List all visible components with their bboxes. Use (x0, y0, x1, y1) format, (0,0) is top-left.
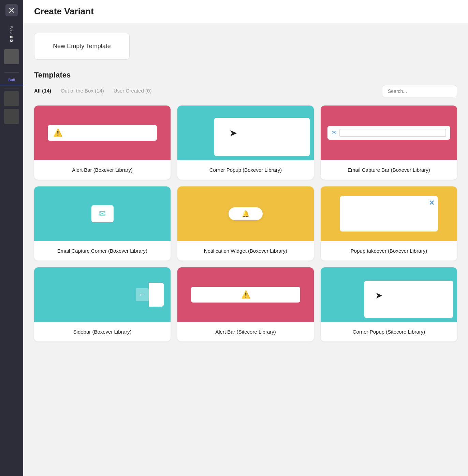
templates-grid: ⚠️ Alert Bar (Boxever Library) ➤ Corner … (34, 106, 457, 341)
close-button[interactable] (5, 4, 18, 16)
template-name-sidebar-boxever: Sidebar (Boxever Library) (34, 322, 171, 341)
template-card-sidebar-boxever[interactable]: ← Sidebar (Boxever Library) (34, 267, 171, 341)
alert-bar-sitecore-preview-content: ⚠️ (191, 287, 300, 303)
main-content: Create Variant New Empty Template Templa… (23, 0, 468, 476)
envelope-icon: ✉ (99, 209, 106, 219)
close-x-icon: ✕ (429, 199, 435, 207)
new-empty-template-button[interactable]: New Empty Template (34, 33, 130, 60)
alert-bar-preview-content: ⚠️ (48, 125, 157, 141)
email-bar-preview-content: ✉ (327, 126, 450, 140)
notification-preview-pill: 🔔 (229, 207, 263, 220)
filter-bar: All (14) Out of the Box (14) User Create… (34, 85, 457, 97)
template-preview-sidebar: ← (34, 267, 171, 322)
sidebar-divider-2 (4, 88, 19, 88)
filter-tab-ootb[interactable]: Out of the Box (14) (61, 88, 104, 95)
template-card-email-bar-boxever[interactable]: ✉ Email Capture Bar (Boxever Library) (321, 106, 457, 180)
email-icon: ✉ (332, 129, 337, 137)
sidebar-box-2 (4, 109, 19, 124)
sidebar-arrow-icon: ← (136, 288, 149, 301)
template-name-notification-boxever: Notification Widget (Boxever Library) (177, 241, 314, 261)
template-card-email-corner-boxever[interactable]: ✉ Email Capture Corner (Boxever Library) (34, 186, 171, 261)
sidebar-page-label: Blo (9, 36, 14, 42)
warning-triangle-icon: ⚠️ (53, 128, 62, 137)
filter-tab-all[interactable]: All (14) (34, 88, 51, 95)
sidebar-divider (4, 72, 19, 73)
template-name-corner-popup-boxever: Corner Popup (Boxever Library) (177, 160, 314, 180)
template-name-email-bar-boxever: Email Capture Bar (Boxever Library) (321, 160, 457, 180)
email-corner-preview-panel: ✉ (91, 205, 114, 222)
sidebar-panel-preview (149, 283, 164, 307)
email-input-mock (339, 129, 446, 137)
template-card-corner-popup-boxever[interactable]: ➤ Corner Popup (Boxever Library) (177, 106, 314, 180)
sidebar-web-label: Web (10, 23, 14, 33)
template-preview-email-corner: ✉ (34, 186, 171, 241)
page-title: Create Variant (34, 6, 457, 17)
template-preview-alert-bar-sitecore: ⚠️ (177, 267, 314, 322)
cursor-icon-sitecore: ➤ (375, 290, 383, 301)
template-preview-corner-popup-sitecore: ➤ (321, 267, 457, 322)
header: Create Variant (23, 0, 468, 23)
template-preview-corner-popup: ➤ (177, 106, 314, 160)
template-card-alert-bar-sitecore[interactable]: ⚠️ Alert Bar (Sitecore Library) (177, 267, 314, 341)
content-area: New Empty Template Templates All (14) Ou… (23, 23, 468, 476)
sidebar: Web Blo Buil (0, 0, 23, 476)
template-card-corner-popup-sitecore[interactable]: ➤ Corner Popup (Sitecore Library) (321, 267, 457, 341)
filter-tab-user[interactable]: User Created (0) (114, 88, 152, 95)
sidebar-preview-content: ← (136, 283, 164, 307)
template-name-email-corner-boxever: Email Capture Corner (Boxever Library) (34, 241, 171, 261)
template-name-corner-popup-sitecore: Corner Popup (Sitecore Library) (321, 322, 457, 341)
template-preview-alert-bar: ⚠️ (34, 106, 171, 160)
template-name-popup-takeover-boxever: Popup takeover (Boxever Library) (321, 241, 457, 261)
template-preview-notification: 🔔 (177, 186, 314, 241)
template-card-popup-takeover-boxever[interactable]: ✕ Popup takeover (Boxever Library) (321, 186, 457, 261)
search-input[interactable] (382, 85, 457, 97)
sidebar-build-tab[interactable]: Buil (0, 75, 23, 85)
filter-tabs: All (14) Out of the Box (14) User Create… (34, 88, 151, 95)
template-preview-email-bar: ✉ (321, 106, 457, 160)
sidebar-thumbnail (4, 49, 19, 64)
bell-icon: 🔔 (242, 210, 249, 218)
template-name-alert-bar-boxever: Alert Bar (Boxever Library) (34, 160, 171, 180)
popup-takeover-preview-panel: ✕ (340, 196, 438, 232)
sidebar-box (4, 91, 19, 106)
template-preview-popup-takeover: ✕ (321, 186, 457, 241)
cursor-icon: ➤ (229, 127, 237, 139)
template-card-alert-bar-boxever[interactable]: ⚠️ Alert Bar (Boxever Library) (34, 106, 171, 180)
templates-section-title: Templates (34, 71, 457, 80)
template-name-alert-bar-sitecore: Alert Bar (Sitecore Library) (177, 322, 314, 341)
warning-triangle-icon-sitecore: ⚠️ (241, 290, 250, 299)
corner-popup-preview-panel (214, 118, 310, 156)
template-card-notification-boxever[interactable]: 🔔 Notification Widget (Boxever Library) (177, 186, 314, 261)
